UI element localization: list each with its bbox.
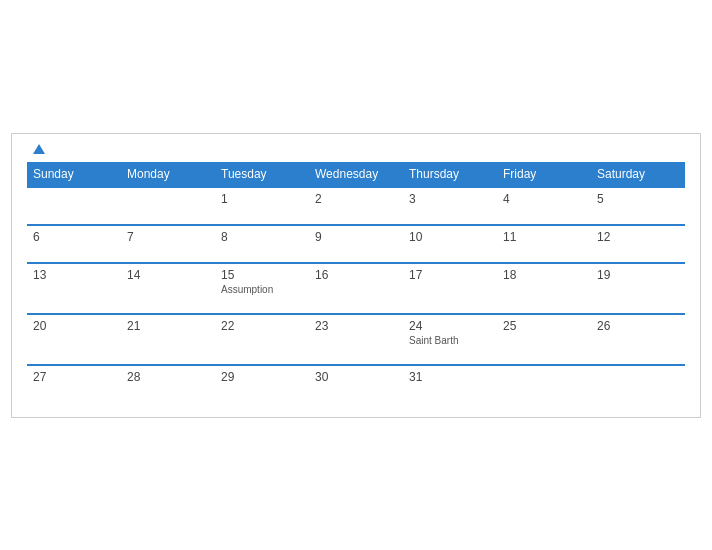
day-number: 23 [315,319,397,333]
week-row-1: 6789101112 [27,225,685,263]
calendar-cell: 8 [215,225,309,263]
week-row-2: 131415Assumption16171819 [27,263,685,314]
calendar-cell: 3 [403,187,497,225]
calendar-cell: 10 [403,225,497,263]
calendar-cell [27,187,121,225]
weekday-header-sunday: Sunday [27,162,121,187]
day-number: 14 [127,268,209,282]
calendar-cell: 15Assumption [215,263,309,314]
day-number: 9 [315,230,397,244]
calendar-cell: 25 [497,314,591,365]
calendar-cell: 30 [309,365,403,402]
day-number: 2 [315,192,397,206]
calendar-cell: 7 [121,225,215,263]
day-number: 24 [409,319,491,333]
day-number: 6 [33,230,115,244]
calendar-container: SundayMondayTuesdayWednesdayThursdayFrid… [11,133,701,418]
calendar-cell: 14 [121,263,215,314]
weekday-header-saturday: Saturday [591,162,685,187]
day-number: 30 [315,370,397,384]
calendar-cell: 19 [591,263,685,314]
calendar-cell: 5 [591,187,685,225]
calendar-cell [591,365,685,402]
weekday-header-row: SundayMondayTuesdayWednesdayThursdayFrid… [27,162,685,187]
calendar-table: SundayMondayTuesdayWednesdayThursdayFrid… [27,162,685,402]
day-number: 1 [221,192,303,206]
day-number: 15 [221,268,303,282]
calendar-tbody: 123456789101112131415Assumption161718192… [27,187,685,402]
holiday-name: Assumption [221,284,303,295]
calendar-cell: 22 [215,314,309,365]
day-number: 17 [409,268,491,282]
calendar-cell: 16 [309,263,403,314]
calendar-cell: 13 [27,263,121,314]
calendar-cell: 12 [591,225,685,263]
day-number: 31 [409,370,491,384]
calendar-cell: 21 [121,314,215,365]
calendar-cell: 2 [309,187,403,225]
calendar-cell: 9 [309,225,403,263]
calendar-cell: 17 [403,263,497,314]
calendar-cell: 29 [215,365,309,402]
day-number: 12 [597,230,679,244]
calendar-cell: 18 [497,263,591,314]
day-number: 4 [503,192,585,206]
weekday-header-monday: Monday [121,162,215,187]
calendar-cell: 31 [403,365,497,402]
day-number: 5 [597,192,679,206]
calendar-cell [497,365,591,402]
calendar-cell: 20 [27,314,121,365]
logo [31,144,45,154]
calendar-cell: 28 [121,365,215,402]
day-number: 10 [409,230,491,244]
day-number: 7 [127,230,209,244]
day-number: 13 [33,268,115,282]
calendar-cell: 26 [591,314,685,365]
day-number: 20 [33,319,115,333]
calendar-cell [121,187,215,225]
day-number: 21 [127,319,209,333]
holiday-name: Saint Barth [409,335,491,346]
day-number: 16 [315,268,397,282]
day-number: 28 [127,370,209,384]
calendar-cell: 1 [215,187,309,225]
calendar-cell: 11 [497,225,591,263]
calendar-header [27,144,685,154]
weekday-header-friday: Friday [497,162,591,187]
day-number: 3 [409,192,491,206]
week-row-3: 2021222324Saint Barth2526 [27,314,685,365]
calendar-cell: 27 [27,365,121,402]
calendar-cell: 24Saint Barth [403,314,497,365]
day-number: 26 [597,319,679,333]
week-row-0: 12345 [27,187,685,225]
day-number: 18 [503,268,585,282]
day-number: 11 [503,230,585,244]
logo-triangle-icon [33,144,45,154]
day-number: 29 [221,370,303,384]
weekday-header-wednesday: Wednesday [309,162,403,187]
calendar-cell: 23 [309,314,403,365]
weekday-header-tuesday: Tuesday [215,162,309,187]
calendar-cell: 4 [497,187,591,225]
day-number: 8 [221,230,303,244]
day-number: 25 [503,319,585,333]
calendar-thead: SundayMondayTuesdayWednesdayThursdayFrid… [27,162,685,187]
weekday-header-thursday: Thursday [403,162,497,187]
day-number: 22 [221,319,303,333]
week-row-4: 2728293031 [27,365,685,402]
calendar-cell: 6 [27,225,121,263]
day-number: 19 [597,268,679,282]
day-number: 27 [33,370,115,384]
